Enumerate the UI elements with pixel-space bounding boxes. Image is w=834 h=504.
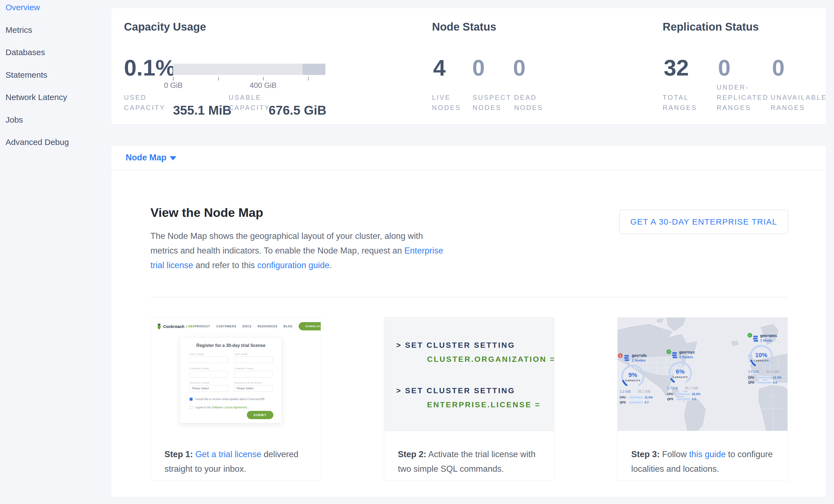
mini-checkbox-label: I agree to the <box>195 406 212 409</box>
mini-field-label: LAST NAME <box>234 353 248 355</box>
mini-nav-product: PRODUCT <box>195 325 210 328</box>
live-nodes-label: LIVE NODES <box>432 92 461 113</box>
mini-input <box>190 371 228 377</box>
svg-text:10%: 10% <box>755 352 767 358</box>
mini-input <box>234 371 273 377</box>
sidebar-item-overview[interactable]: Overview <box>5 3 40 12</box>
mini-field-label: FIRST NAME <box>190 353 204 355</box>
locality-name: geo=sfo <box>632 353 646 358</box>
database-icon <box>624 355 630 361</box>
capacity-axis-label-min: 0 GiB <box>157 81 190 90</box>
sql-setting-name: ENTERPRISE.LICENSE = <box>427 400 541 409</box>
sql-keyword: > SET CLUSTER SETTING <box>396 386 515 395</box>
step3-caption: Step 3: Follow this guide to configure l… <box>631 447 777 476</box>
sidebar-item-jobs[interactable]: Jobs <box>5 115 23 125</box>
mini-form-title: Register for a 30-day trial license <box>180 343 282 348</box>
locality-used: 3.6 GiB <box>748 370 759 374</box>
mini-nav-resources: RESOURCES <box>258 325 278 328</box>
sidebar-item-advanced-debug[interactable]: Advanced Debug <box>5 137 69 147</box>
sql-keyword: > SET CLUSTER SETTING <box>396 341 515 350</box>
used-capacity-value: 355.1 MiB <box>173 103 232 118</box>
check-icon: ✓ <box>747 333 752 337</box>
sidebar-item-network-latency[interactable]: Network Latency <box>5 93 67 102</box>
usable-capacity-value: 676.5 GiB <box>269 103 327 118</box>
node-map-heading: View the Node Map <box>150 205 263 220</box>
configuration-guide-link[interactable]: configuration guide <box>257 260 330 270</box>
capacity-axis-tick <box>263 77 264 81</box>
brand-suffix: LABS <box>186 325 195 328</box>
this-guide-link[interactable]: this guide <box>689 450 726 459</box>
get-enterprise-trial-button[interactable]: GET A 30-DAY ENTERPRISE TRIAL <box>619 210 788 234</box>
locality-nodes: 1 Node <box>760 338 772 343</box>
description-text: The Node Map shows the geographical layo… <box>150 229 443 243</box>
qps-label: QPS <box>620 401 627 404</box>
capacity-usage-bar <box>173 64 325 75</box>
mini-license-agreement-link: Software License Agreement. <box>212 406 248 409</box>
cpu-label: CPU <box>667 392 675 396</box>
svg-text:CAPACITY: CAPACITY <box>753 359 769 362</box>
view-selector-dropdown[interactable]: Node Map <box>111 146 826 170</box>
qps-label: QPS <box>667 397 675 401</box>
mini-field-label: REASON FOR INTEREST <box>234 382 263 384</box>
locality-name: geo=nyc <box>679 350 695 354</box>
step3-card: 1 geo=sfo 2 Nodes 9% CAPACITY 3.2 GiB35.… <box>617 317 788 481</box>
node-status-title: Node Status <box>432 21 496 33</box>
mini-select: Please Select <box>190 385 228 392</box>
cluster-summary-panel: Capacity Usage 0.1% 0 GiB 400 GiB USED C… <box>111 8 827 125</box>
sidebar-item-metrics[interactable]: Metrics <box>5 25 32 35</box>
locality-used: 3.7 GiB <box>667 386 678 390</box>
mini-field-label: PROJECT PHASE <box>190 382 210 384</box>
svg-text:9%: 9% <box>629 371 637 378</box>
alert-badge-icon: 1 <box>618 353 623 358</box>
locality-nodes: 2 Nodes <box>632 358 646 363</box>
sidebar-item-databases[interactable]: Databases <box>5 48 45 57</box>
locality-total: 35.1 GiB <box>638 390 651 394</box>
cpu-sparkline-icon <box>758 376 771 379</box>
node-map-preview-image: 1 geo=sfo 2 Nodes 9% CAPACITY 3.2 GiB35.… <box>617 317 787 431</box>
suspect-nodes-value: 0 <box>472 57 485 79</box>
unavailable-ranges-label: UNAVAILABLE RANGES <box>771 92 827 113</box>
node-map-panel: Node Map View the Node Map The Node Map … <box>111 145 827 497</box>
svg-text:CAPACITY: CAPACITY <box>673 376 688 379</box>
cpu-value: 12.3% <box>773 376 782 379</box>
unavailable-ranges-value: 0 <box>772 57 785 79</box>
enterprise-trial-license-link[interactable]: trial license <box>150 260 193 270</box>
cpu-sparkline-icon <box>676 392 690 396</box>
qps-sparkline-icon <box>676 397 690 401</box>
dead-nodes-value: 0 <box>513 57 526 79</box>
capacity-usage-percent: 0.1% <box>124 57 176 79</box>
locality-total: 65.7 GiB <box>685 386 698 390</box>
get-trial-license-link[interactable]: Get a trial license <box>195 450 261 459</box>
node-map-description: The Node Map shows the geographical layo… <box>150 229 443 272</box>
checkbox-unchecked-icon <box>190 406 193 409</box>
enterprise-trial-license-link[interactable]: Enterprise <box>404 246 443 256</box>
svg-text:6%: 6% <box>676 368 685 375</box>
mini-nav-docs: DOCS <box>242 325 251 328</box>
capacity-bar-nonusable-segment <box>303 64 325 75</box>
sidebar: Overview Metrics Databases Statements Ne… <box>0 0 111 504</box>
capacity-axis-tick <box>218 77 219 81</box>
usable-capacity-label: USABLE CAPACITY <box>229 92 270 113</box>
mini-checkbox-label: I would like to receive email updates ab… <box>195 398 265 401</box>
cpu-sparkline-icon <box>629 396 643 399</box>
step2-label: Step 2: <box>398 450 426 459</box>
cpu-value: 11.0% <box>644 396 653 399</box>
mini-submit-button: SUBMIT <box>247 411 273 419</box>
capacity-donut: 10% CAPACITY <box>748 343 774 370</box>
cpu-label: CPU <box>620 396 627 399</box>
replication-status-title: Replication Status <box>663 21 759 33</box>
step2-caption: Step 2: Activate the trial license with … <box>398 447 544 476</box>
capacity-axis-tick <box>308 77 309 81</box>
locality-total: 34.4 GiB <box>766 370 779 374</box>
under-replicated-ranges-label: UNDER- REPLICATED RANGES <box>717 82 769 113</box>
locality-nodes: 2 Nodes <box>679 355 693 359</box>
mini-select: Please Select <box>234 385 273 392</box>
step1-caption: Step 1: Get a trial license delivered st… <box>164 447 311 476</box>
step1-card: Cockroach LABS PRODUCT CUSTOMERS DOCS RE… <box>150 317 321 481</box>
brand-name: Cockroach <box>163 324 184 329</box>
capacity-axis-label-mid: 400 GiB <box>244 81 282 90</box>
database-icon <box>753 336 759 342</box>
capacity-usage-title: Capacity Usage <box>124 21 206 33</box>
sidebar-item-statements[interactable]: Statements <box>5 70 47 80</box>
qps-value: 0.0 <box>692 397 696 401</box>
